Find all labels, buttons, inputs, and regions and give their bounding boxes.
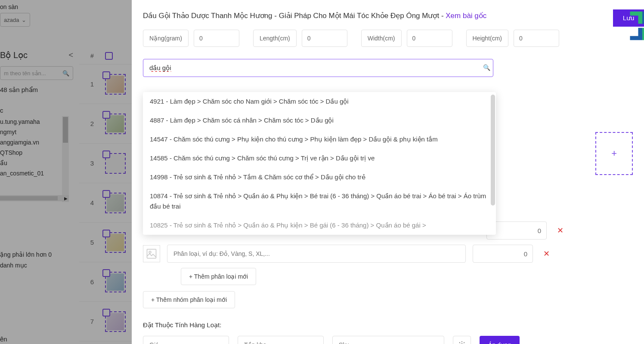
view-original-link[interactable]: Xem bài gốc (446, 12, 486, 20)
modal-title-text: Dầu Gội Thảo Dược Thanh Mộc Hương - Giải… (143, 12, 446, 20)
delete-variant-button[interactable]: ✕ (540, 249, 553, 258)
modal-title: Dầu Gội Thảo Dược Thanh Mộc Hương - Giải… (143, 11, 633, 20)
add-variant-group-button[interactable]: + Thêm nhóm phân loại mới (143, 291, 235, 308)
variant-image-placeholder[interactable] (143, 245, 160, 262)
dropdown-item[interactable]: 4921 - Làm đẹp > Chăm sóc cho Nam giới >… (143, 92, 496, 111)
dropdown-item[interactable]: 14547 - Chăm sóc thú cưng > Phụ kiện cho… (143, 130, 496, 149)
bulk-sku-input[interactable] (332, 336, 444, 344)
search-icon: 🔍 (483, 64, 490, 71)
bulk-settings-button[interactable] (453, 336, 471, 344)
dropdown-item[interactable]: 14998 - Trẻ sơ sinh & Trẻ nhỏ > Tắm & Ch… (143, 168, 496, 187)
dropdown-item[interactable]: 10874 - Trẻ sơ sinh & Trẻ nhỏ > Quần áo … (143, 187, 496, 216)
length-label: Length(cm) (253, 30, 297, 47)
dropdown-item[interactable]: 4887 - Làm đẹp > Chăm sóc cá nhân > Chăm… (143, 111, 496, 130)
add-variant-button[interactable]: + Thêm phân loại mới (181, 268, 256, 285)
variant-qty-input[interactable] (473, 245, 533, 263)
length-input[interactable] (302, 30, 347, 47)
dropdown-item[interactable]: 14585 - Chăm sóc thú cưng > Chăm sóc thú… (143, 149, 496, 168)
add-image-button[interactable]: + (595, 132, 633, 175)
svg-rect-0 (147, 249, 156, 258)
width-input[interactable] (407, 30, 452, 47)
width-label: Width(cm) (361, 30, 402, 47)
bulk-stock-input[interactable] (238, 336, 324, 344)
variant-name-input[interactable] (167, 245, 466, 263)
height-input[interactable] (514, 30, 559, 47)
bulk-attributes-header: Đặt Thuộc Tính Hàng Loạt: (143, 321, 633, 329)
category-search-input[interactable] (143, 59, 493, 77)
svg-point-1 (149, 251, 151, 253)
dropdown-item[interactable]: 10825 - Trẻ sơ sinh & Trẻ nhỏ > Quần áo … (143, 216, 496, 235)
delete-variant-button[interactable]: ✕ (554, 226, 567, 235)
category-dropdown: 4921 - Làm đẹp > Chăm sóc cho Nam giới >… (143, 92, 496, 235)
weight-input[interactable] (194, 30, 239, 47)
dropdown-scrollbar[interactable] (491, 95, 495, 206)
bulk-price-input[interactable] (143, 336, 229, 344)
product-edit-modal: Dầu Gội Thảo Dược Thanh Mộc Hương - Giải… (132, 0, 644, 344)
height-label: Height(cm) (466, 30, 508, 47)
brand-logo (626, 9, 644, 42)
weight-label: Nặng(gram) (143, 30, 189, 47)
apply-button[interactable]: Áp dụng (480, 336, 520, 344)
